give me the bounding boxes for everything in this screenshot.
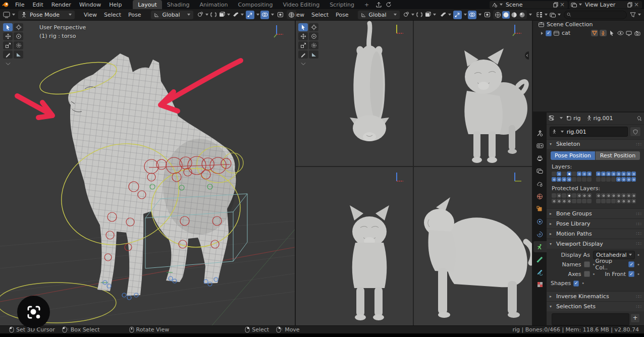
- outliner-filter-button[interactable]: [629, 11, 642, 19]
- transform-tool[interactable]: [309, 41, 318, 49]
- layer-toggle[interactable]: [616, 177, 621, 182]
- sidebar-splitter[interactable]: [532, 9, 533, 325]
- animate-dot[interactable]: [581, 280, 584, 287]
- outliner-row-cat[interactable]: cat: [533, 29, 644, 37]
- measure-tool[interactable]: [309, 50, 318, 59]
- layer-toggle[interactable]: [611, 172, 616, 176]
- layer-toggle[interactable]: [621, 172, 626, 176]
- sync-icon[interactable]: [386, 2, 392, 8]
- layer-toggle[interactable]: [557, 172, 561, 176]
- cursor-tool[interactable]: [14, 23, 23, 31]
- tab-world[interactable]: [533, 191, 547, 202]
- layer-toggle[interactable]: [552, 193, 556, 198]
- snap-target-button[interactable]: [402, 11, 415, 19]
- select-box-tool[interactable]: [3, 23, 13, 31]
- shading-solid-button[interactable]: [502, 11, 510, 19]
- main-viewport-canvas[interactable]: [0, 20, 295, 325]
- group-colors-checkbox[interactable]: [628, 261, 634, 267]
- layer-toggle[interactable]: [606, 177, 611, 182]
- workspace-tab-layout[interactable]: Layout: [133, 0, 162, 9]
- menu-view[interactable]: View: [80, 12, 100, 18]
- menu-pose[interactable]: Pose: [125, 12, 144, 18]
- panel-grip-icon[interactable]: [636, 231, 641, 236]
- layer-toggle[interactable]: [552, 177, 556, 182]
- layer-toggle[interactable]: [611, 199, 616, 203]
- tab-output[interactable]: [533, 153, 547, 164]
- layer-toggle[interactable]: [572, 172, 576, 176]
- layer-toggle[interactable]: [616, 193, 621, 198]
- names-checkbox[interactable]: [584, 261, 590, 267]
- layer-toggle[interactable]: [601, 199, 606, 203]
- outliner-display-mode-button[interactable]: [535, 11, 549, 19]
- gizmos-toggle[interactable]: [453, 11, 462, 19]
- scene-selector[interactable]: Scene: [490, 1, 568, 9]
- shading-rendered-button[interactable]: [518, 11, 526, 19]
- panel-header-inverse-kinematics[interactable]: ▸ Inverse Kinematics: [547, 291, 644, 301]
- transform-orientation-dropdown[interactable]: Global: [150, 10, 193, 20]
- snap-magnet-toggle[interactable]: [415, 11, 423, 19]
- axis-gizmo[interactable]: [513, 25, 521, 36]
- overlays-toggle[interactable]: [468, 11, 476, 19]
- disable-in-viewports-toggle[interactable]: [625, 30, 632, 36]
- layer-toggle[interactable]: [621, 193, 626, 198]
- transform-tool[interactable]: [14, 41, 23, 49]
- menu-edit[interactable]: Edit: [28, 2, 47, 8]
- annotate-tool[interactable]: [298, 50, 308, 59]
- annotate-tool[interactable]: [3, 50, 13, 59]
- layer-toggle[interactable]: [626, 193, 631, 198]
- rest-position-button[interactable]: Rest Position: [596, 151, 640, 160]
- layer-toggle[interactable]: [611, 177, 616, 182]
- layer-toggle[interactable]: [567, 172, 571, 176]
- layer-toggle[interactable]: [631, 193, 636, 198]
- menu-select[interactable]: Select: [100, 12, 125, 18]
- layer-toggle[interactable]: [587, 193, 592, 198]
- layer-toggle[interactable]: [572, 193, 576, 198]
- toolbar-expand-chevron[interactable]: [3, 60, 13, 68]
- layer-toggle[interactable]: [572, 177, 576, 182]
- gizmos-toggle[interactable]: [246, 11, 254, 19]
- shading-wireframe-button[interactable]: [288, 11, 295, 19]
- animate-dot[interactable]: [637, 261, 640, 268]
- layer-toggle[interactable]: [557, 193, 561, 198]
- outliner-search-field[interactable]: [571, 11, 624, 19]
- animate-dot[interactable]: [637, 271, 640, 277]
- move-tool[interactable]: [3, 32, 13, 40]
- layer-toggle[interactable]: [596, 172, 601, 176]
- add-selection-set-button[interactable]: +: [630, 313, 640, 323]
- panel-header-viewport-display[interactable]: ▾ Viewport Display: [547, 239, 644, 249]
- menu-help[interactable]: Help: [105, 2, 126, 8]
- layer-toggle[interactable]: [567, 199, 571, 203]
- layer-toggle[interactable]: [631, 199, 636, 203]
- workspace-tab-video-editing[interactable]: Video Editing: [278, 0, 325, 9]
- quad-view-viewport[interactable]: [296, 20, 532, 325]
- outliner-filter-id-button[interactable]: [549, 11, 562, 19]
- outliner-row-scene-collection[interactable]: Scene Collection: [533, 20, 644, 29]
- add-workspace-button[interactable]: +: [359, 0, 374, 9]
- tab-constraints[interactable]: [533, 216, 547, 227]
- axis-gizmo[interactable]: [274, 25, 283, 37]
- tab-bone[interactable]: [533, 254, 547, 265]
- layer-toggle[interactable]: [582, 193, 586, 198]
- layer-toggle[interactable]: [582, 199, 586, 203]
- panel-grip-icon[interactable]: [636, 304, 641, 309]
- layer-toggle[interactable]: [596, 177, 601, 182]
- axis-gizmo[interactable]: [397, 25, 403, 33]
- layer-toggle[interactable]: [616, 199, 621, 203]
- tab-render[interactable]: [533, 140, 547, 151]
- layer-toggle[interactable]: [621, 199, 626, 203]
- shapes-checkbox[interactable]: [573, 280, 579, 287]
- animate-dot[interactable]: [637, 252, 640, 258]
- menu-select[interactable]: Select: [308, 12, 332, 18]
- shading-wireframe-button[interactable]: [494, 11, 502, 19]
- menu-window[interactable]: Window: [75, 2, 105, 8]
- outliner-search-input[interactable]: [564, 11, 627, 19]
- layer-toggle[interactable]: [601, 177, 606, 182]
- armature-data-badge[interactable]: [600, 30, 607, 36]
- select-box-tool[interactable]: [298, 23, 308, 31]
- layer-toggle[interactable]: [587, 177, 592, 182]
- snap-target-button[interactable]: [196, 11, 209, 19]
- layer-toggle[interactable]: [631, 172, 636, 176]
- layer-toggle[interactable]: [567, 177, 571, 182]
- tab-view-layer[interactable]: [533, 165, 547, 177]
- selection-sets-listbox[interactable]: [552, 313, 629, 325]
